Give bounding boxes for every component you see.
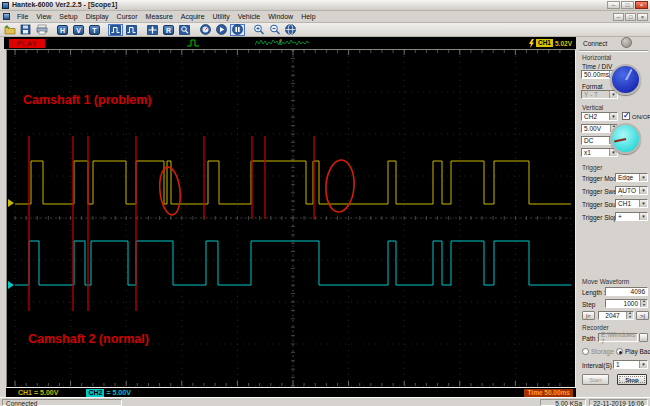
- menu-cursor[interactable]: Cursor: [113, 12, 142, 21]
- trigger-menu-button[interactable]: T: [87, 24, 102, 36]
- trigger-section-title: Trigger: [582, 164, 602, 171]
- horizontal-position-knob[interactable]: [610, 64, 641, 95]
- trigger-sweep-select[interactable]: AUTO▼: [615, 186, 648, 195]
- play-button[interactable]: [214, 24, 229, 36]
- datetime: 22-11-2019 16:06: [589, 399, 648, 406]
- menu-window[interactable]: Window: [264, 12, 297, 21]
- menu-file[interactable]: File: [13, 12, 32, 21]
- window-title: Hantek-6000 Ver2.2.5 - [Scope1]: [12, 0, 606, 10]
- mdi-close-button[interactable]: ×: [637, 13, 648, 21]
- vertical-section-title: Vertical: [582, 104, 603, 111]
- go-first-button[interactable]: |<: [582, 311, 595, 320]
- ch1-ground-marker: [8, 199, 14, 207]
- app-icon: [2, 2, 9, 9]
- storage-label: Storage: [591, 348, 614, 355]
- interval-select[interactable]: 1▼: [613, 360, 648, 369]
- menu-display[interactable]: Display: [82, 12, 113, 21]
- menu-help[interactable]: Help: [297, 12, 319, 21]
- connect-label: Connect: [583, 40, 607, 47]
- trigger-level-value: 5.02V: [555, 40, 572, 47]
- scope-display[interactable]: Camshaft 1 (problem)Camshaft 2 (normal): [6, 49, 576, 388]
- dropdown-arrow-icon: ▼: [609, 113, 617, 120]
- connect-button[interactable]: [621, 37, 632, 48]
- dropdown-arrow-icon: ▼: [639, 200, 647, 207]
- panel-divider: [579, 50, 648, 52]
- move-mode-button[interactable]: [145, 24, 160, 36]
- hantek-app-window: { "window": { "title": "Hantek-6000 Ver2…: [0, 0, 650, 406]
- move-waveform-section-title: Move Waveform: [582, 278, 629, 285]
- check-icon: ✓: [623, 111, 630, 120]
- problem-circle-annotation: [158, 166, 183, 216]
- stepper-arrows-icon[interactable]: ▲▼: [640, 300, 647, 307]
- zoom-out-button[interactable]: [267, 24, 282, 36]
- gauge-button[interactable]: [198, 24, 213, 36]
- length-label: Length :: [582, 289, 606, 296]
- problem-circle-annotation: [324, 159, 356, 213]
- ch1-name: CH1: [18, 389, 32, 396]
- playback-radio[interactable]: [616, 348, 623, 355]
- zoom-in-button[interactable]: [251, 24, 266, 36]
- storage-radio[interactable]: [582, 348, 589, 355]
- dropdown-arrow-icon: ▼: [639, 174, 647, 181]
- waveform-compare-button[interactable]: [124, 24, 139, 36]
- save-button[interactable]: [18, 24, 33, 36]
- menu-measure[interactable]: Measure: [142, 12, 177, 21]
- interval-label: Interval(S): [582, 362, 612, 369]
- menu-setup[interactable]: Setup: [55, 12, 81, 21]
- knob-pointer: [625, 68, 632, 80]
- go-last-button[interactable]: >|: [636, 311, 649, 320]
- menu-view[interactable]: View: [32, 12, 55, 21]
- browse-button[interactable]: ...: [639, 333, 648, 342]
- start-button[interactable]: Start: [582, 374, 609, 385]
- stop-button[interactable]: Stop: [617, 374, 647, 385]
- mdi-document-icon: [3, 13, 10, 20]
- trigger-level-badge: CH1 5.02V: [529, 39, 572, 48]
- ch2-name[interactable]: CH2: [86, 389, 104, 397]
- trigger-source-select[interactable]: CH1▼: [615, 199, 648, 208]
- waveform-mode-button[interactable]: [108, 24, 123, 36]
- probe-select[interactable]: x1▼: [581, 148, 618, 157]
- knob-pointer: [614, 138, 626, 142]
- horizontal-section-title: Horizontal: [582, 54, 611, 61]
- menu-vehicle[interactable]: Vehicle: [234, 12, 265, 21]
- trigger-position-icon[interactable]: [187, 38, 200, 48]
- dropdown-arrow-icon: ▼: [639, 213, 647, 220]
- channel-onoff-checkbox[interactable]: ✓: [622, 112, 630, 120]
- control-panel: Connect Horizontal Time / DIV 50.00ms▼ F…: [577, 37, 650, 397]
- format-label: Format: [582, 83, 603, 90]
- trigger-mode-select[interactable]: Edge▼: [615, 173, 648, 182]
- print-button[interactable]: [34, 24, 49, 36]
- stepper-arrows-icon[interactable]: ▲▼: [626, 312, 633, 319]
- trigger-slope-select[interactable]: +▼: [615, 212, 648, 221]
- playback-label: Play Back: [625, 348, 650, 355]
- lightning-icon: [529, 39, 534, 48]
- dropdown-arrow-icon: ▼: [639, 187, 647, 194]
- open-button[interactable]: [2, 24, 17, 36]
- maximize-button[interactable]: □: [621, 1, 634, 9]
- timebase-badge: Time 50.00ms: [524, 389, 573, 397]
- position-stepper[interactable]: 2047 ▲▼: [598, 311, 634, 320]
- mdi-minimize-button[interactable]: –: [613, 13, 624, 21]
- minimize-button[interactable]: –: [607, 1, 620, 9]
- dropdown-arrow-icon: ▼: [639, 361, 647, 368]
- close-button[interactable]: ×: [635, 1, 648, 9]
- zoom-window-button[interactable]: [177, 24, 192, 36]
- play-strip: PLAY CH1 5.02V: [4, 37, 576, 49]
- pause-button[interactable]: [230, 24, 245, 36]
- trigger-channel-label: CH1: [536, 39, 553, 47]
- menu-utility[interactable]: Utility: [209, 12, 234, 21]
- channel-readout-bar: CH1 = 5.00V CH2 = 5.00V Time 50.00ms: [6, 388, 576, 397]
- mdi-restore-button[interactable]: □: [625, 13, 636, 21]
- vertical-menu-button[interactable]: V: [71, 24, 86, 36]
- step-stepper[interactable]: 1000 ▲▼: [605, 299, 648, 308]
- horizontal-menu-button[interactable]: H: [55, 24, 70, 36]
- status-bar: Connected 5.00 KSa 22-11-2019 16:06: [0, 397, 650, 406]
- menu-acquire[interactable]: Acquire: [177, 12, 209, 21]
- print-preview-button[interactable]: [283, 24, 298, 36]
- channel-select[interactable]: CH2▼: [581, 112, 618, 121]
- vertical-position-knob[interactable]: [610, 123, 641, 154]
- path-label: Path :: [582, 335, 599, 342]
- record-button[interactable]: R: [161, 24, 176, 36]
- connection-status: Connected: [2, 399, 122, 406]
- format-select: Y - T▼: [581, 90, 618, 99]
